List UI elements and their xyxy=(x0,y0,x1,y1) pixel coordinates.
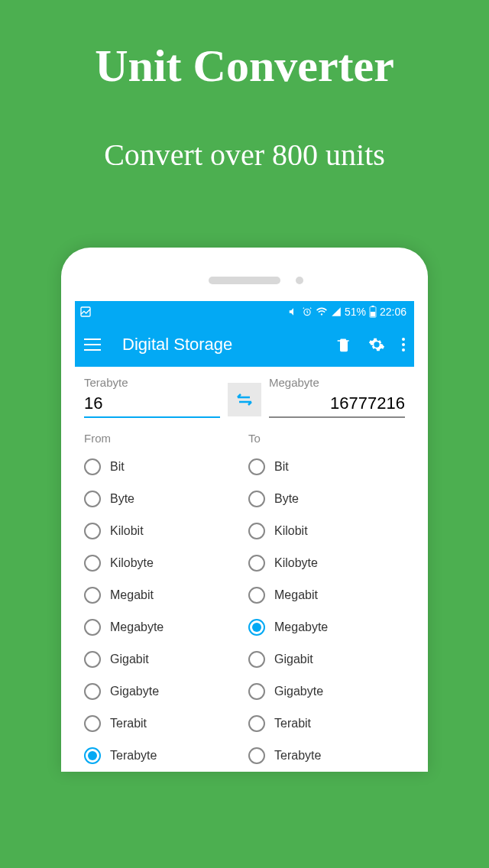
svg-rect-3 xyxy=(371,306,374,307)
radio-label: Megabit xyxy=(110,588,154,602)
to-radio-row[interactable]: Bit xyxy=(248,451,405,483)
radio-label: Bit xyxy=(274,460,289,474)
from-radio-row[interactable]: Bit xyxy=(84,451,241,483)
menu-icon[interactable] xyxy=(84,338,101,351)
radio-label: Megabit xyxy=(274,588,318,602)
radio-label: Gigabyte xyxy=(274,685,323,698)
from-radio-row[interactable]: Kilobyte xyxy=(84,547,241,579)
radio-icon xyxy=(84,619,101,636)
radio-label: Kilobit xyxy=(110,524,144,538)
from-input[interactable] xyxy=(84,389,220,418)
radio-icon xyxy=(248,747,265,764)
radio-label: Terabit xyxy=(110,717,147,730)
from-column-label: From xyxy=(84,432,241,445)
to-radio-row[interactable]: Gigabyte xyxy=(248,675,405,708)
radio-icon xyxy=(248,619,265,636)
radio-icon xyxy=(248,683,265,700)
from-radio-row[interactable]: Megabyte xyxy=(84,611,241,643)
mute-icon xyxy=(288,306,299,317)
radio-icon xyxy=(84,747,101,764)
radio-icon xyxy=(84,523,101,539)
to-input[interactable] xyxy=(269,389,405,418)
radio-label: Megabyte xyxy=(110,620,164,634)
radio-icon xyxy=(84,683,101,700)
from-radio-row[interactable]: Byte xyxy=(84,483,241,515)
from-radio-row[interactable]: Terabyte xyxy=(84,740,241,772)
phone-sensor xyxy=(296,277,303,284)
alarm-icon xyxy=(302,306,313,317)
from-radio-row[interactable]: Gigabit xyxy=(84,643,241,675)
radio-icon xyxy=(84,715,101,732)
to-input-label: Megabyte xyxy=(269,376,405,389)
radio-icon xyxy=(84,458,101,475)
radio-label: Terabyte xyxy=(274,749,321,763)
to-radio-row[interactable]: Terabit xyxy=(248,708,405,740)
radio-label: Kilobyte xyxy=(110,556,154,570)
radio-icon xyxy=(84,555,101,572)
radio-icon xyxy=(84,587,101,604)
radio-icon xyxy=(248,491,265,507)
from-radio-row[interactable]: Megabit xyxy=(84,579,241,611)
delete-icon[interactable] xyxy=(336,336,351,353)
radio-label: Byte xyxy=(110,492,134,506)
battery-percent: 51% xyxy=(345,306,366,318)
more-icon[interactable] xyxy=(402,338,405,351)
from-radio-row[interactable]: Gigabyte xyxy=(84,675,241,708)
gear-icon[interactable] xyxy=(368,336,385,353)
to-radio-row[interactable]: Megabit xyxy=(248,579,405,611)
wifi-icon xyxy=(316,306,328,317)
svg-rect-0 xyxy=(81,307,90,316)
phone-mockup: 51% 22:06 Digital Storage Terabyte xyxy=(61,248,428,772)
from-unit-list: BitByteKilobitKilobyteMegabitMegabyteGig… xyxy=(84,451,241,772)
battery-icon xyxy=(369,306,377,318)
to-radio-row[interactable]: Kilobyte xyxy=(248,547,405,579)
radio-icon xyxy=(248,555,265,572)
radio-icon xyxy=(248,458,265,475)
swap-icon xyxy=(235,392,254,407)
radio-label: Gigabit xyxy=(274,653,313,666)
radio-label: Megabyte xyxy=(274,620,328,634)
radio-icon xyxy=(248,587,265,604)
radio-icon xyxy=(84,651,101,668)
radio-icon xyxy=(248,715,265,732)
from-radio-row[interactable]: Kilobit xyxy=(84,515,241,547)
app-bar: Digital Storage xyxy=(75,322,414,367)
radio-icon xyxy=(84,491,101,507)
to-unit-list: BitByteKilobitKilobyteMegabitMegabyteGig… xyxy=(248,451,405,772)
status-time: 22:06 xyxy=(380,306,406,318)
to-column-label: To xyxy=(248,432,405,445)
radio-label: Gigabit xyxy=(110,653,149,666)
svg-rect-4 xyxy=(371,312,375,316)
radio-label: Terabyte xyxy=(110,749,157,763)
from-radio-row[interactable]: Terabit xyxy=(84,708,241,740)
to-radio-row[interactable]: Megabyte xyxy=(248,611,405,643)
image-icon xyxy=(79,306,92,318)
promo-title: Unit Converter xyxy=(0,40,489,92)
radio-label: Kilobyte xyxy=(274,556,318,570)
radio-label: Gigabyte xyxy=(110,685,159,698)
to-radio-row[interactable]: Byte xyxy=(248,483,405,515)
swap-button[interactable] xyxy=(228,383,261,416)
to-radio-row[interactable]: Gigabit xyxy=(248,643,405,675)
radio-label: Terabit xyxy=(274,717,311,730)
promo-subtitle: Convert over 800 units xyxy=(0,137,489,173)
to-radio-row[interactable]: Terabyte xyxy=(248,740,405,772)
status-bar: 51% 22:06 xyxy=(75,301,414,322)
radio-icon xyxy=(248,651,265,668)
radio-label: Kilobit xyxy=(274,524,308,538)
radio-label: Bit xyxy=(110,460,125,474)
to-radio-row[interactable]: Kilobit xyxy=(248,515,405,547)
from-input-label: Terabyte xyxy=(84,376,220,389)
screen: 51% 22:06 Digital Storage Terabyte xyxy=(75,301,414,772)
signal-icon xyxy=(331,306,342,317)
radio-label: Byte xyxy=(274,492,299,506)
radio-icon xyxy=(248,523,265,539)
app-title: Digital Storage xyxy=(122,335,336,355)
phone-speaker xyxy=(209,277,280,284)
